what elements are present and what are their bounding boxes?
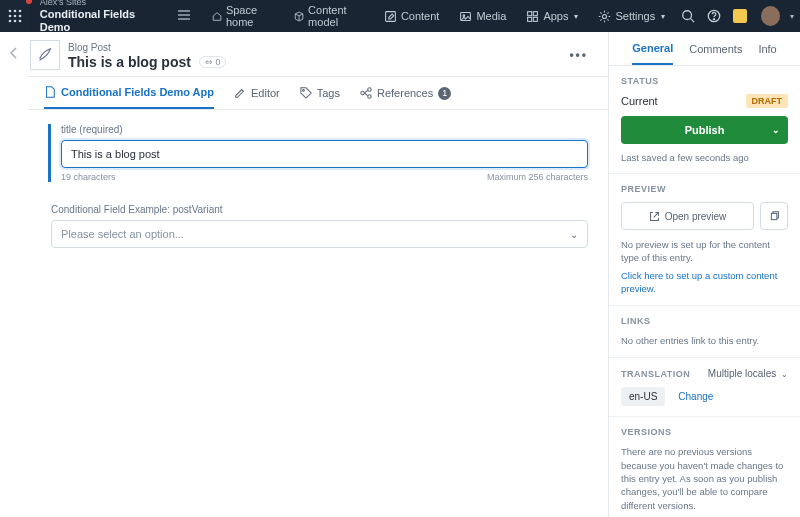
svg-point-7 xyxy=(14,20,17,23)
content-type-label: Blog Post xyxy=(68,42,111,53)
svg-rect-18 xyxy=(534,17,538,21)
user-avatar[interactable] xyxy=(761,6,780,26)
nav-settings[interactable]: Settings ▾ xyxy=(588,0,675,32)
space-selector[interactable]: Alex's Sites Conditional Fields Demo xyxy=(30,0,170,35)
copy-preview-button[interactable] xyxy=(760,202,788,230)
svg-rect-28 xyxy=(771,213,777,219)
space-menu-icon[interactable] xyxy=(170,9,198,23)
back-column xyxy=(0,32,28,517)
status-heading: STATUS xyxy=(621,76,788,86)
svg-rect-15 xyxy=(528,11,532,15)
gear-icon xyxy=(598,10,611,23)
tag-icon xyxy=(300,87,312,99)
svg-point-19 xyxy=(603,14,607,18)
svg-point-23 xyxy=(714,19,715,20)
nav-space-home[interactable]: Space home xyxy=(202,0,284,32)
search-icon xyxy=(681,9,695,23)
svg-point-27 xyxy=(368,95,371,98)
apps-icon xyxy=(526,10,539,23)
app-switcher-button[interactable] xyxy=(0,0,30,32)
help-icon xyxy=(707,9,721,23)
svg-point-5 xyxy=(19,15,22,18)
svg-rect-17 xyxy=(528,17,532,21)
char-max: Maximum 256 characters xyxy=(487,172,588,182)
chevron-down-icon: ⌄ xyxy=(772,125,780,135)
status-section: STATUS Current DRAFT Publish ⌄ Last save… xyxy=(609,66,800,174)
tab-demo-app[interactable]: Conditional Fields Demo App xyxy=(44,77,214,109)
svg-point-20 xyxy=(683,11,692,20)
document-icon xyxy=(44,86,56,98)
svg-point-8 xyxy=(19,20,22,23)
nav-media[interactable]: Media xyxy=(449,0,516,32)
sidebar-tab-general[interactable]: General xyxy=(632,32,673,65)
variant-label: Conditional Field Example: postVariant xyxy=(51,204,588,215)
draft-badge: DRAFT xyxy=(746,94,789,108)
links-heading: LINKS xyxy=(621,316,788,326)
nav-apps[interactable]: Apps ▾ xyxy=(516,0,588,32)
svg-point-24 xyxy=(302,90,304,92)
svg-point-3 xyxy=(9,15,12,18)
preview-none-text: No preview is set up for the content typ… xyxy=(621,238,788,265)
tab-tags[interactable]: Tags xyxy=(300,77,340,109)
translation-heading: TRANSLATION xyxy=(621,369,690,379)
references-icon xyxy=(360,87,372,99)
svg-point-2 xyxy=(19,10,22,13)
entry-actions-menu[interactable]: ••• xyxy=(563,48,594,62)
variant-select[interactable]: Please select an option... ⌄ xyxy=(51,220,588,248)
entry-header: Blog Post This is a blog post ⇔ 0 ••• xyxy=(28,32,608,76)
sidebar-tab-info[interactable]: Info xyxy=(758,32,776,65)
svg-point-1 xyxy=(14,10,17,13)
chevron-down-icon: ▾ xyxy=(790,12,794,21)
preview-section: PREVIEW Open preview No preview is set u… xyxy=(609,174,800,306)
title-label: title (required) xyxy=(61,124,588,135)
translation-section: TRANSLATION Multiple locales ⌄ en-US Cha… xyxy=(609,358,800,417)
back-button[interactable] xyxy=(9,46,19,517)
change-locale-link[interactable]: Change xyxy=(678,391,713,402)
field-post-variant: Conditional Field Example: postVariant P… xyxy=(48,204,588,248)
links-none-text: No other entries link to this entry. xyxy=(621,334,788,347)
media-icon xyxy=(459,10,472,23)
notifications-button[interactable] xyxy=(727,2,753,30)
nav-content[interactable]: Content xyxy=(374,0,450,32)
svg-point-6 xyxy=(9,20,12,23)
tab-references[interactable]: References 1 xyxy=(360,77,451,109)
tab-editor[interactable]: Editor xyxy=(234,77,280,109)
preview-heading: PREVIEW xyxy=(621,184,788,194)
home-icon xyxy=(212,10,222,23)
references-count-badge: 1 xyxy=(438,87,451,100)
chevron-down-icon: ▾ xyxy=(661,12,665,21)
svg-point-14 xyxy=(463,14,465,16)
main-nav: Space home Content model Content Media A… xyxy=(202,0,675,32)
editor-tabs: Conditional Fields Demo App Editor Tags … xyxy=(28,76,608,110)
external-link-icon xyxy=(649,211,660,222)
title-input[interactable] xyxy=(61,140,588,168)
versions-heading: VERSIONS xyxy=(621,427,788,437)
chevron-down-icon: ⌄ xyxy=(781,370,788,379)
top-navigation: Alex's Sites Conditional Fields Demo Spa… xyxy=(0,0,800,32)
svg-rect-16 xyxy=(534,11,538,15)
char-count: 19 characters xyxy=(61,172,116,182)
incoming-links-badge[interactable]: ⇔ 0 xyxy=(199,56,227,68)
field-title: title (required) 19 characters Maximum 2… xyxy=(48,124,588,182)
svg-line-21 xyxy=(691,19,695,23)
locale-chip: en-US xyxy=(621,387,665,406)
space-name: Conditional Fields Demo xyxy=(40,8,160,34)
org-label: Alex's Sites xyxy=(40,0,160,8)
publish-button[interactable]: Publish ⌄ xyxy=(621,116,788,144)
entry-title: This is a blog post xyxy=(68,54,191,70)
chevron-down-icon: ⌄ xyxy=(570,229,578,240)
pencil-icon xyxy=(234,87,246,99)
sidebar-tab-comments[interactable]: Comments xyxy=(689,32,742,65)
status-value: Current xyxy=(621,95,658,107)
svg-point-0 xyxy=(9,10,12,13)
nav-content-model[interactable]: Content model xyxy=(284,0,374,32)
svg-rect-12 xyxy=(386,11,396,21)
last-saved-text: Last saved a few seconds ago xyxy=(621,152,788,163)
open-preview-button[interactable]: Open preview xyxy=(621,202,754,230)
search-button[interactable] xyxy=(675,2,701,30)
entry-sidebar: General Comments Info STATUS Current DRA… xyxy=(608,32,800,517)
locale-selector[interactable]: Multiple locales ⌄ xyxy=(708,368,788,379)
preview-setup-link[interactable]: Click here to set up a custom content pr… xyxy=(621,269,788,296)
help-button[interactable] xyxy=(701,2,727,30)
links-section: LINKS No other entries link to this entr… xyxy=(609,306,800,358)
